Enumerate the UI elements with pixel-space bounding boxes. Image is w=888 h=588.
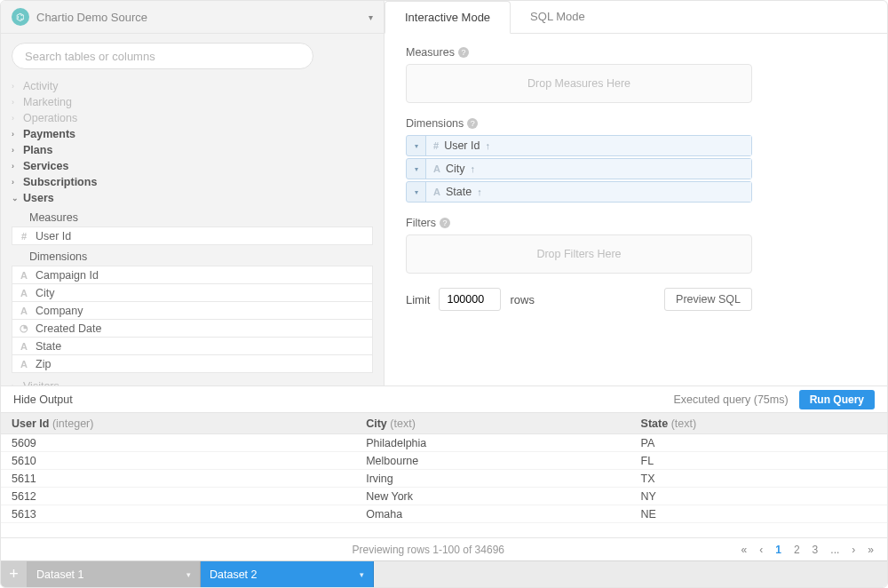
dimensions-list: ▾ #User Id↑ ▾ ACity↑ ▾ AState↑	[406, 135, 752, 203]
run-query-button[interactable]: Run Query	[799, 390, 875, 409]
page-last-icon[interactable]: »	[865, 544, 876, 556]
measures-dropzone[interactable]: Drop Measures Here	[406, 64, 752, 103]
chevron-right-icon: ›	[12, 130, 20, 139]
chip-dropdown-icon[interactable]: ▾	[407, 136, 426, 155]
field-user-id[interactable]: #User Id	[12, 226, 373, 245]
search-input[interactable]	[12, 43, 313, 69]
page-number[interactable]: 3	[810, 544, 821, 556]
column-header-user-id[interactable]: User Id (integer)	[1, 413, 355, 434]
text-type-icon: A	[18, 341, 30, 352]
pagination-bar: Previewing rows 1-100 of 34696 « ‹ 1 2 3…	[1, 537, 887, 560]
chevron-right-icon: ›	[12, 82, 20, 91]
table-row: 5612New YorkNY	[1, 488, 887, 505]
mode-tabs: Interactive Mode SQL Mode	[385, 1, 887, 34]
sort-asc-icon[interactable]: ↑	[470, 163, 475, 174]
column-header-city[interactable]: City (text)	[355, 413, 630, 434]
sidebar: ⌬ Chartio Demo Source ▾ ›Activity ›Marke…	[1, 1, 385, 385]
help-icon[interactable]: ?	[467, 118, 478, 129]
text-type-icon: A	[433, 163, 440, 174]
tree-item-users[interactable]: ⌄Users	[12, 190, 373, 206]
field-created-date[interactable]: ◔Created Date	[12, 319, 373, 338]
output-header: Hide Output Executed query (75ms) Run Qu…	[1, 385, 887, 412]
caret-down-icon[interactable]: ▾	[360, 570, 364, 579]
sort-asc-icon[interactable]: ↑	[477, 187, 482, 197]
dataset-tab-1[interactable]: Dataset 1▾	[28, 561, 201, 587]
column-header-state[interactable]: State (text)	[630, 413, 887, 434]
tab-sql-mode[interactable]: SQL Mode	[511, 1, 605, 33]
limit-input[interactable]	[439, 288, 501, 311]
tree-item-activity[interactable]: ›Activity	[12, 78, 373, 94]
sort-asc-icon[interactable]: ↑	[485, 140, 490, 151]
page-number[interactable]: 1	[773, 544, 784, 556]
filters-dropzone[interactable]: Drop Filters Here	[406, 234, 752, 274]
hide-output-toggle[interactable]: Hide Output	[13, 393, 73, 406]
preview-sql-button[interactable]: Preview SQL	[664, 288, 752, 311]
tree-item-operations[interactable]: ›Operations	[12, 110, 373, 126]
field-zip[interactable]: AZip	[12, 354, 373, 373]
dimensions-section-label: Dimensions?	[406, 117, 866, 130]
tab-interactive-mode[interactable]: Interactive Mode	[385, 1, 511, 34]
preview-rows-text: Previewing rows 1-100 of 34696	[118, 544, 739, 556]
table-row: 5609PhiladelphiaPA	[1, 434, 887, 452]
page-ellipsis: ...	[828, 544, 842, 556]
caret-down-icon: ▾	[369, 12, 373, 22]
tree-item-services[interactable]: ›Services	[12, 158, 373, 174]
chevron-right-icon: ›	[12, 114, 20, 123]
dimension-chip-state[interactable]: ▾ AState↑	[406, 181, 752, 203]
table-row: 5613OmahaNE	[1, 505, 887, 523]
page-next-icon[interactable]: ›	[849, 544, 858, 556]
caret-down-icon[interactable]: ▾	[186, 570, 191, 579]
chevron-right-icon: ›	[12, 178, 20, 187]
datasource-logo-icon: ⌬	[12, 8, 29, 26]
datasource-name: Chartio Demo Source	[36, 11, 369, 24]
field-company[interactable]: ACompany	[12, 301, 373, 320]
chevron-right-icon: ›	[12, 98, 20, 107]
rows-label: rows	[510, 293, 534, 306]
text-type-icon: A	[18, 270, 30, 281]
tree-item-subscriptions[interactable]: ›Subscriptions	[12, 174, 373, 190]
limit-label: Limit	[406, 293, 430, 306]
table-row: 5610MelbourneFL	[1, 452, 887, 470]
filters-section-label: Filters?	[406, 217, 866, 229]
query-builder: Interactive Mode SQL Mode Measures? Drop…	[385, 1, 887, 385]
datasource-selector[interactable]: ⌬ Chartio Demo Source ▾	[1, 1, 384, 34]
chip-dropdown-icon[interactable]: ▾	[407, 182, 426, 202]
execution-status: Executed query (75ms)	[673, 393, 788, 406]
number-type-icon: #	[18, 231, 30, 242]
clock-type-icon: ◔	[18, 322, 30, 334]
page-prev-icon[interactable]: ‹	[757, 544, 765, 556]
field-campaign-id[interactable]: ACampaign Id	[12, 266, 373, 284]
measures-section-label: Measures?	[406, 46, 866, 59]
dimensions-heading: Dimensions	[12, 245, 373, 266]
text-type-icon: A	[18, 306, 30, 316]
dataset-tab-2[interactable]: Dataset 2▾	[201, 561, 374, 587]
text-type-icon: A	[18, 359, 30, 369]
text-type-icon: A	[18, 288, 30, 298]
help-icon[interactable]: ?	[458, 47, 469, 58]
help-icon[interactable]: ?	[440, 218, 450, 228]
field-city[interactable]: ACity	[12, 283, 373, 302]
tree-item-payments[interactable]: ›Payments	[12, 126, 373, 142]
chip-dropdown-icon[interactable]: ▾	[407, 159, 426, 179]
tree-item-plans[interactable]: ›Plans	[12, 142, 373, 158]
tree-item-marketing[interactable]: ›Marketing	[12, 94, 373, 110]
page-number[interactable]: 2	[791, 544, 803, 556]
measures-heading: Measures	[12, 206, 373, 227]
dimension-chip-user-id[interactable]: ▾ #User Id↑	[406, 135, 752, 156]
tree-item-visitors[interactable]: ›Visitors	[12, 378, 373, 385]
chevron-right-icon: ›	[12, 146, 20, 155]
dataset-tabs-bar: + Dataset 1▾ Dataset 2▾	[1, 560, 887, 587]
chevron-down-icon: ⌄	[12, 194, 20, 203]
dimension-chip-city[interactable]: ▾ ACity↑	[406, 158, 752, 179]
text-type-icon: A	[433, 187, 440, 197]
table-row: 5611IrvingTX	[1, 470, 887, 488]
field-state[interactable]: AState	[12, 337, 373, 355]
results-table: User Id (integer) City (text) State (tex…	[1, 412, 887, 523]
schema-tree: ›Activity ›Marketing ›Operations ›Paymen…	[1, 78, 384, 385]
number-type-icon: #	[433, 140, 439, 151]
chevron-right-icon: ›	[12, 162, 20, 171]
page-first-icon[interactable]: «	[739, 544, 750, 556]
add-dataset-button[interactable]: +	[1, 561, 28, 587]
